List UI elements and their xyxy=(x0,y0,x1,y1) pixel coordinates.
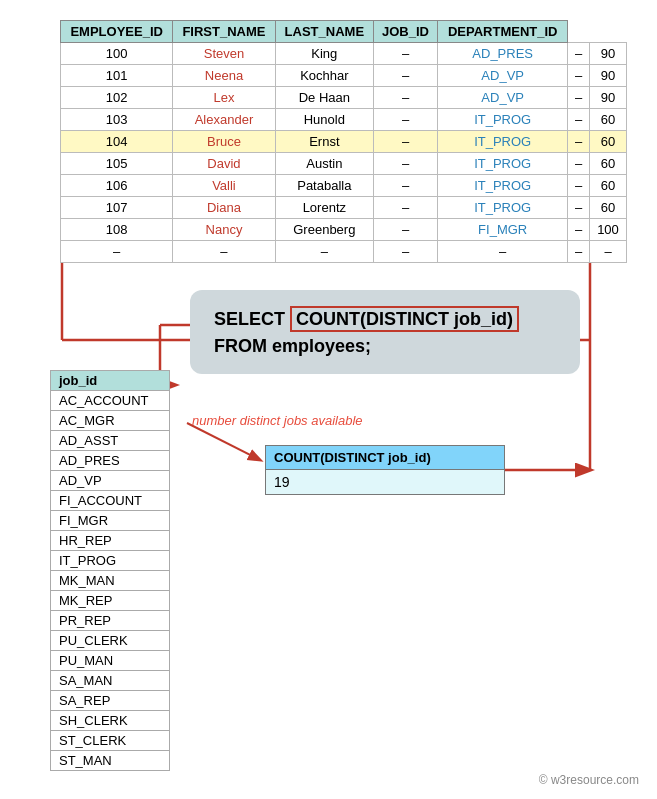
col-first-name: FIRST_NAME xyxy=(173,21,275,43)
cell-dash1: – xyxy=(374,131,438,153)
jobid-cell: ST_CLERK xyxy=(51,731,170,751)
list-item: FI_ACCOUNT xyxy=(51,491,170,511)
cell-dash2: – xyxy=(568,131,590,153)
table-row: 102 Lex De Haan – AD_VP – 90 xyxy=(61,87,627,109)
cell-job-id: IT_PROG xyxy=(437,197,568,219)
jobid-cell: IT_PROG xyxy=(51,551,170,571)
table-footer-row: – – – – – – – xyxy=(61,241,627,263)
cell-dash2: – xyxy=(568,153,590,175)
col-job-id: JOB_ID xyxy=(374,21,438,43)
cell-dept-id: 60 xyxy=(589,153,626,175)
list-item: HR_REP xyxy=(51,531,170,551)
list-item: ST_CLERK xyxy=(51,731,170,751)
cell-dash2: – xyxy=(568,197,590,219)
cell-dash1: – xyxy=(374,65,438,87)
table-row: 105 David Austin – IT_PROG – 60 xyxy=(61,153,627,175)
cell-dash2: – xyxy=(568,65,590,87)
cell-emp-id: 106 xyxy=(61,175,173,197)
cell-dash2: – xyxy=(568,43,590,65)
jobid-header-row: job_id xyxy=(51,371,170,391)
table-row: 103 Alexander Hunold – IT_PROG – 60 xyxy=(61,109,627,131)
sql-box: SELECT COUNT(DISTINCT job_id) FROM emplo… xyxy=(190,290,580,374)
col-last-name: LAST_NAME xyxy=(275,21,373,43)
jobid-cell: AD_VP xyxy=(51,471,170,491)
cell-dash1: – xyxy=(374,197,438,219)
cell-last-name: Pataballa xyxy=(275,175,373,197)
cell-dash1: – xyxy=(374,43,438,65)
cell-job-id: IT_PROG xyxy=(437,109,568,131)
sql-line1: SELECT COUNT(DISTINCT job_id) xyxy=(214,306,556,333)
jobid-cell: HR_REP xyxy=(51,531,170,551)
jobid-table: job_idAC_ACCOUNTAC_MGRAD_ASSTAD_PRESAD_V… xyxy=(50,370,170,771)
cell-dash1: – xyxy=(374,219,438,241)
cell-job-id: AD_VP xyxy=(437,87,568,109)
jobid-cell: AD_ASST xyxy=(51,431,170,451)
cell-dash2: – xyxy=(568,219,590,241)
cell-emp-id: 104 xyxy=(61,131,173,153)
cell-emp-id: 102 xyxy=(61,87,173,109)
distinct-label: number distinct jobs available xyxy=(192,413,363,428)
cell-dash2: – xyxy=(568,87,590,109)
sql-count-distinct: COUNT(DISTINCT job_id) xyxy=(290,306,519,332)
col-employee-id: EMPLOYEE_ID xyxy=(61,21,173,43)
cell-last-name: Ernst xyxy=(275,131,373,153)
cell-first-name: Steven xyxy=(173,43,275,65)
cell-first-name: David xyxy=(173,153,275,175)
cell-last-name: Greenberg xyxy=(275,219,373,241)
cell-dept-id: 100 xyxy=(589,219,626,241)
list-item: AC_ACCOUNT xyxy=(51,391,170,411)
cell-dept-id: 60 xyxy=(589,197,626,219)
list-item: AD_VP xyxy=(51,471,170,491)
cell-emp-id: 100 xyxy=(61,43,173,65)
list-item: FI_MGR xyxy=(51,511,170,531)
cell-last-name: Hunold xyxy=(275,109,373,131)
jobid-cell: FI_MGR xyxy=(51,511,170,531)
employee-table-section: EMPLOYEE_ID FIRST_NAME LAST_NAME JOB_ID … xyxy=(60,20,627,263)
table-row: 100 Steven King – AD_PRES – 90 xyxy=(61,43,627,65)
cell-dept-id: 60 xyxy=(589,131,626,153)
cell-last-name: De Haan xyxy=(275,87,373,109)
cell-emp-id: 108 xyxy=(61,219,173,241)
jobid-cell: AC_MGR xyxy=(51,411,170,431)
jobid-cell: ST_MAN xyxy=(51,751,170,771)
cell-dept-id: 90 xyxy=(589,87,626,109)
table-row: 101 Neena Kochhar – AD_VP – 90 xyxy=(61,65,627,87)
cell-job-id: IT_PROG xyxy=(437,175,568,197)
list-item: IT_PROG xyxy=(51,551,170,571)
list-item: SA_MAN xyxy=(51,671,170,691)
cell-first-name: Bruce xyxy=(173,131,275,153)
cell-first-name: Alexander xyxy=(173,109,275,131)
jobid-cell: PU_CLERK xyxy=(51,631,170,651)
cell-dash1: – xyxy=(374,109,438,131)
jobid-cell: MK_MAN xyxy=(51,571,170,591)
jobid-cell: SH_CLERK xyxy=(51,711,170,731)
cell-first-name: Nancy xyxy=(173,219,275,241)
cell-emp-id: 101 xyxy=(61,65,173,87)
table-row: 107 Diana Lorentz – IT_PROG – 60 xyxy=(61,197,627,219)
jobid-cell: AC_ACCOUNT xyxy=(51,391,170,411)
cell-job-id: IT_PROG xyxy=(437,131,568,153)
table-row: 106 Valli Pataballa – IT_PROG – 60 xyxy=(61,175,627,197)
cell-job-id: AD_VP xyxy=(437,65,568,87)
cell-first-name: Valli xyxy=(173,175,275,197)
cell-dept-id: 90 xyxy=(589,65,626,87)
list-item: AD_PRES xyxy=(51,451,170,471)
list-item: PR_REP xyxy=(51,611,170,631)
cell-job-id: FI_MGR xyxy=(437,219,568,241)
table-row: 108 Nancy Greenberg – FI_MGR – 100 xyxy=(61,219,627,241)
list-item: AC_MGR xyxy=(51,411,170,431)
cell-dash2: – xyxy=(568,109,590,131)
table-row: 104 Bruce Ernst – IT_PROG – 60 xyxy=(61,131,627,153)
cell-dept-id: 60 xyxy=(589,175,626,197)
cell-emp-id: 105 xyxy=(61,153,173,175)
cell-first-name: Neena xyxy=(173,65,275,87)
cell-first-name: Lex xyxy=(173,87,275,109)
cell-last-name: Austin xyxy=(275,153,373,175)
jobid-cell: MK_REP xyxy=(51,591,170,611)
list-item: PU_MAN xyxy=(51,651,170,671)
cell-last-name: Kochhar xyxy=(275,65,373,87)
jobid-list-section: job_idAC_ACCOUNTAC_MGRAD_ASSTAD_PRESAD_V… xyxy=(50,370,170,771)
list-item: MK_REP xyxy=(51,591,170,611)
cell-emp-id: 107 xyxy=(61,197,173,219)
cell-dept-id: 90 xyxy=(589,43,626,65)
